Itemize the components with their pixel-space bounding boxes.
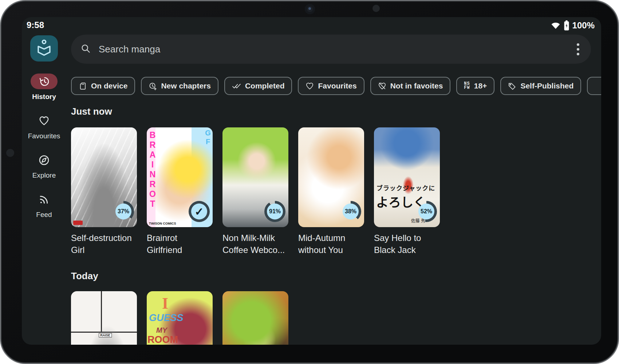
app-screen: 9:58 100% bbox=[22, 17, 601, 345]
manga-cover bbox=[222, 291, 288, 345]
cover-art-text: GUESS bbox=[149, 312, 184, 324]
sidebar-item-explore[interactable]: Explore bbox=[31, 152, 58, 179]
manga-card[interactable]: I GUESS MY ROOM MATE bbox=[147, 291, 213, 345]
filter-chip-on-device[interactable]: On device bbox=[71, 77, 135, 95]
manga-cover: ブラックジャックに よろしく 佐藤 秀 52% bbox=[374, 127, 440, 227]
app-logo-button[interactable] bbox=[30, 35, 58, 62]
sidebar-item-label: Explore bbox=[32, 171, 56, 179]
kebab-menu-icon[interactable] bbox=[575, 41, 581, 58]
manga-cover: RAISE bbox=[71, 291, 137, 345]
sidebar-item-favourites[interactable]: Favourites bbox=[28, 113, 60, 140]
light-sensor bbox=[372, 5, 380, 12]
tag-icon bbox=[508, 82, 516, 90]
manga-card[interactable]: RAISE bbox=[71, 291, 137, 345]
cover-art-text: GF bbox=[204, 129, 212, 146]
sidebar-item-label: Favourites bbox=[28, 132, 60, 140]
navigation-rail: History Favourites bbox=[22, 35, 66, 219]
heart-icon bbox=[305, 82, 314, 90]
cover-art-text: RAISE bbox=[99, 333, 112, 337]
compass-icon bbox=[38, 154, 50, 166]
manga-card[interactable]: 91% Non Milk-Milk Coffee Webco... bbox=[222, 127, 288, 256]
filter-chip-partial[interactable] bbox=[587, 77, 601, 95]
sidebar-item-history[interactable]: History bbox=[31, 74, 58, 101]
reading-progress-badge: 91% bbox=[264, 201, 285, 222]
filter-chip-completed[interactable]: Completed bbox=[224, 77, 292, 95]
cover-art-text: I bbox=[162, 294, 168, 313]
manga-title: Brainrot Girlfriend bbox=[147, 232, 213, 256]
filter-chip-favourites[interactable]: Favourites bbox=[298, 77, 364, 95]
section-header-just-now: Just now bbox=[71, 106, 601, 117]
tablet-bezel: 9:58 100% bbox=[0, 0, 619, 364]
heart-off-icon bbox=[378, 82, 386, 90]
heart-icon bbox=[38, 115, 50, 126]
filter-chip-not-in-favourites[interactable]: Not in favoites bbox=[370, 77, 451, 95]
active-indicator bbox=[31, 74, 58, 89]
manga-cover: 38% bbox=[298, 127, 364, 227]
filter-chip-new-chapters[interactable]: New chapters bbox=[141, 77, 218, 95]
section-header-today: Today bbox=[71, 270, 601, 282]
manga-card[interactable]: ブラックジャックに よろしく 佐藤 秀 52% Say Hello to Bla… bbox=[374, 127, 440, 256]
rss-icon bbox=[39, 194, 50, 205]
completed-badge: ✓ bbox=[189, 201, 210, 222]
sidebar-item-feed[interactable]: Feed bbox=[31, 191, 58, 219]
manga-card[interactable]: 37% Self-destruction Girl bbox=[71, 127, 137, 256]
manga-card[interactable]: 38% Mid-Autumn without You bbox=[298, 127, 364, 256]
manga-cover: I GUESS MY ROOM MATE bbox=[147, 291, 213, 345]
main-content: Search manga On device bbox=[71, 17, 601, 345]
side-camera bbox=[6, 149, 14, 157]
manga-card[interactable] bbox=[222, 291, 288, 345]
manga-title: Self-destruction Girl bbox=[71, 232, 137, 256]
filter-chip-18plus[interactable]: NS FW 18+ bbox=[456, 77, 494, 95]
reading-progress-badge: 52% bbox=[416, 201, 437, 222]
publisher-mark bbox=[73, 221, 83, 225]
manga-card[interactable]: BRAINROT GF TWISON COMICS ✓ Brainrot Gir… bbox=[147, 127, 213, 256]
cover-art-text: MY bbox=[156, 326, 167, 335]
double-check-icon bbox=[232, 82, 241, 90]
search-icon bbox=[80, 43, 91, 55]
manga-title: Say Hello to Black Jack bbox=[374, 232, 440, 256]
cover-publisher-text: TWISON COMICS bbox=[149, 222, 176, 225]
cover-art-text: ブラックジャックに bbox=[376, 183, 435, 192]
clock: 9:58 bbox=[27, 20, 44, 30]
manga-cover: 91% bbox=[222, 127, 288, 227]
manga-cover: 37% bbox=[71, 127, 137, 227]
nsfw-icon: NS FW bbox=[464, 82, 470, 90]
manga-title: Mid-Autumn without You bbox=[298, 232, 364, 256]
clock-plus-icon bbox=[149, 82, 157, 90]
sidebar-item-label: Feed bbox=[36, 211, 52, 219]
sd-card-icon bbox=[79, 82, 87, 90]
filter-chip-self-published[interactable]: Self-Published bbox=[500, 77, 581, 95]
reading-progress-badge: 37% bbox=[113, 201, 134, 222]
search-input[interactable]: Search manga bbox=[71, 35, 591, 64]
search-placeholder: Search manga bbox=[99, 44, 575, 55]
device-screenshot: 9:58 100% bbox=[0, 0, 619, 364]
filter-chip-row: On device New chapters bbox=[71, 77, 601, 95]
history-row-today: RAISE I GUESS MY ROOM MATE bbox=[71, 291, 601, 345]
history-icon bbox=[39, 76, 50, 87]
front-camera bbox=[305, 4, 315, 14]
cover-art-text: BRAINROT bbox=[147, 130, 157, 209]
manga-cover: BRAINROT GF TWISON COMICS ✓ bbox=[147, 127, 213, 227]
mihon-logo-icon bbox=[36, 39, 52, 58]
cover-art-text: ROOM bbox=[147, 334, 178, 345]
sidebar-item-label: History bbox=[32, 93, 56, 101]
manga-title: Non Milk-Milk Coffee Webco... bbox=[222, 232, 288, 256]
history-row-just-now: 37% Self-destruction Girl BRAINROT GF TW bbox=[71, 127, 601, 256]
reading-progress-badge: 38% bbox=[340, 201, 361, 222]
